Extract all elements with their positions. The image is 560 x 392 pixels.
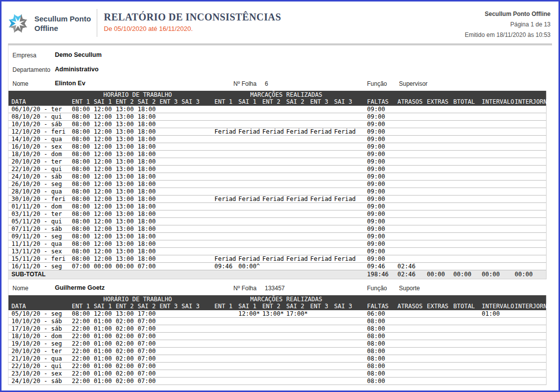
schedule-cells: 08:0012:0013:0018:00 bbox=[72, 181, 203, 188]
schedule-cell: 13:00 bbox=[116, 113, 138, 120]
row-date: 11/11/20 - qua bbox=[8, 240, 72, 247]
schedule-cell bbox=[182, 240, 203, 247]
mark-cell bbox=[238, 210, 262, 217]
total-cell bbox=[451, 348, 480, 355]
total-cell bbox=[451, 318, 480, 325]
schedule-cell bbox=[160, 218, 182, 225]
spacer bbox=[203, 355, 214, 362]
schedule-cell bbox=[182, 151, 203, 158]
mark-cell bbox=[310, 378, 334, 385]
mark-cells bbox=[214, 325, 358, 332]
schedule-cell bbox=[160, 106, 182, 113]
schedule-cell: 22:00 bbox=[72, 333, 94, 340]
total-cell bbox=[451, 363, 480, 370]
mark-cell bbox=[238, 121, 262, 128]
spacer bbox=[358, 173, 365, 180]
spacer bbox=[358, 158, 365, 165]
mark-cell bbox=[286, 318, 310, 325]
mark-cells bbox=[214, 318, 358, 325]
total-cell bbox=[480, 370, 513, 377]
total-cell bbox=[395, 233, 425, 240]
total-cell bbox=[480, 166, 513, 173]
total-cell bbox=[395, 203, 425, 210]
mark-cell bbox=[286, 325, 310, 332]
schedule-cell: 01:00 bbox=[94, 355, 116, 362]
schedule-cell: 08:00 bbox=[72, 255, 94, 262]
schedule-cell: 12:00 bbox=[94, 255, 116, 262]
mark-cell bbox=[334, 106, 358, 113]
table-row: 08/10/20 - qui08:0012:0013:0018:0009:00 bbox=[8, 113, 546, 121]
mark-cell bbox=[334, 136, 358, 143]
total-cell bbox=[395, 333, 425, 340]
report-meta: Secullum Ponto Offline Página 1 de 13 Em… bbox=[465, 9, 551, 40]
schedule-cell: 07:00 bbox=[138, 370, 160, 377]
row-date: 14/10/20 - qua bbox=[8, 136, 72, 143]
column-header: BTOTAL bbox=[451, 98, 480, 105]
schedule-cells: 22:0001:0002:0007:00 bbox=[72, 325, 203, 332]
schedule-cell bbox=[182, 166, 203, 173]
total-cell bbox=[513, 355, 547, 362]
mark-cell bbox=[214, 203, 238, 210]
mark-cell bbox=[334, 240, 358, 247]
mark-cells bbox=[214, 363, 358, 370]
total-cell bbox=[451, 188, 480, 195]
schedule-cell bbox=[160, 210, 182, 217]
total-cell bbox=[513, 378, 547, 385]
schedule-cells: 08:0012:0013:0018:00 bbox=[72, 143, 203, 150]
total-cell bbox=[395, 113, 425, 120]
mark-cells bbox=[214, 106, 358, 113]
total-cell bbox=[425, 203, 451, 210]
total-cell bbox=[425, 233, 451, 240]
schedule-cell: 13:00 bbox=[116, 196, 138, 202]
schedule-cell bbox=[182, 121, 203, 128]
total-cell: 09:00 bbox=[365, 121, 395, 128]
schedule-cell bbox=[182, 355, 203, 362]
schedule-cell: 18:00 bbox=[138, 210, 160, 217]
mark-cell bbox=[310, 113, 334, 120]
mark-cell bbox=[310, 181, 334, 188]
mark-cell bbox=[334, 143, 358, 150]
row-date: 24/10/20 - sáb bbox=[8, 378, 72, 385]
mark-cell bbox=[262, 121, 286, 128]
mark-cells bbox=[214, 333, 358, 340]
schedule-cell bbox=[182, 136, 203, 143]
table-row: 07/11/20 - sáb08:0012:0013:0018:0009:00 bbox=[8, 225, 546, 233]
brand: Secullum Ponto Offline bbox=[6, 12, 91, 35]
mark-cell bbox=[286, 181, 310, 188]
total-cells: 09:00 bbox=[365, 106, 547, 113]
total-cell bbox=[480, 240, 513, 247]
schedule-cell: 01:00 bbox=[94, 363, 116, 370]
mark-cell bbox=[334, 218, 358, 225]
schedule-cell: 18:00 bbox=[138, 136, 160, 143]
mark-cell bbox=[286, 113, 310, 120]
mark-cell bbox=[214, 240, 238, 247]
subtotal-label: SUB-TOTAL bbox=[8, 270, 365, 279]
spacer bbox=[358, 151, 365, 158]
total-cell bbox=[425, 263, 451, 270]
total-cell bbox=[425, 166, 451, 173]
total-cell bbox=[480, 128, 513, 135]
schedule-cell: 18:00 bbox=[138, 255, 160, 262]
brand-text: Secullum Ponto Offline bbox=[34, 14, 91, 33]
row-date: 07/11/20 - sáb bbox=[8, 225, 72, 232]
mark-cell bbox=[238, 340, 262, 347]
total-cell bbox=[425, 363, 451, 370]
total-cell bbox=[425, 181, 451, 188]
schedule-cell: 22:00 bbox=[72, 348, 94, 355]
table-header-bar: HORÁRIO DE TRABALHO MARCAÇÕES REALIZADAS… bbox=[8, 91, 546, 106]
total-cell bbox=[451, 333, 480, 340]
table-row: 17/10/20 - sáb22:0001:0002:0007:0008:00 bbox=[8, 325, 546, 333]
total-cells: 09:00 bbox=[365, 225, 547, 232]
column-header: INTERVALO bbox=[480, 303, 513, 310]
schedule-cells: 08:0012:0013:0018:00 bbox=[72, 166, 203, 173]
total-cell: 09:00 bbox=[365, 143, 395, 150]
total-cell bbox=[425, 196, 451, 202]
table-row: 14/10/20 - qua08:0012:0013:0018:0009:00 bbox=[8, 136, 546, 143]
total-cell bbox=[513, 225, 547, 232]
total-cell bbox=[480, 196, 513, 202]
total-cell bbox=[451, 136, 480, 143]
schedule-cell: 22:00 bbox=[72, 370, 94, 377]
total-cell bbox=[395, 158, 425, 165]
schedule-cell bbox=[160, 378, 182, 385]
mark-cell: Feriad bbox=[262, 128, 286, 135]
